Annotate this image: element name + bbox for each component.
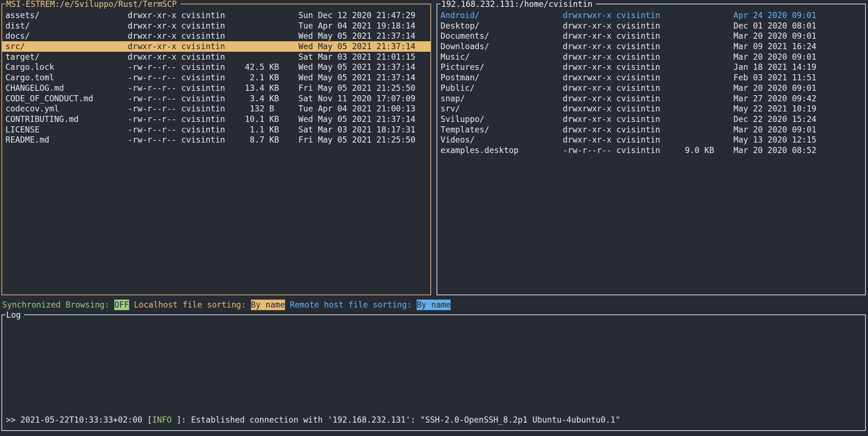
- file-row-code-of-conduct-md[interactable]: CODE_OF_CONDUCT.md-rw-r--r--cvisintin 3.…: [2, 93, 430, 104]
- file-name: Videos/: [441, 135, 563, 145]
- file-size: [245, 52, 298, 62]
- file-name: CODE_OF_CONDUCT.md: [5, 93, 128, 104]
- file-user: cvisintin: [181, 52, 245, 62]
- file-size: 9.0 KB: [680, 145, 733, 156]
- file-perms: -rw-r--r--: [128, 93, 181, 104]
- local-file-list: assets/drwxr-xr-xcvisintinSun Dec 12 202…: [2, 10, 430, 145]
- file-date: Wed May 05 2021 21:37:14: [298, 114, 430, 124]
- file-name: docs/: [5, 31, 128, 41]
- file-perms: drwxrwxr-x: [563, 72, 616, 83]
- sync-browsing-label: Synchronized Browsing:: [2, 300, 110, 310]
- log-level-bracket-close: ]:: [176, 415, 186, 424]
- file-name: Postman/: [441, 72, 563, 83]
- file-perms: drwxr-xr-x: [563, 31, 616, 41]
- file-name: dist/: [5, 21, 128, 31]
- file-name: Templates/: [441, 124, 563, 135]
- file-row-desktop[interactable]: Desktop/drwxr-xr-xcvisintinDec 01 2020 0…: [437, 21, 865, 31]
- file-perms: drwxr-xr-x: [128, 10, 181, 21]
- file-size: [245, 10, 298, 21]
- file-perms: -rw-r--r--: [128, 83, 181, 93]
- sync-browsing-toggle[interactable]: OFF: [114, 300, 129, 310]
- file-date: Fri May 05 2021 21:25:50: [298, 135, 430, 145]
- local-sort-value[interactable]: By name: [251, 300, 285, 310]
- file-name: LICENSE: [5, 124, 128, 135]
- log-timestamp: 2021-05-22T10:33:33+02:00: [20, 415, 142, 425]
- log-entry: >> 2021-05-22T10:33:33+02:00 [INFO ]: Es…: [6, 415, 620, 425]
- file-name: Cargo.lock: [5, 62, 128, 72]
- file-row-downloads[interactable]: Downloads/drwxr-xr-xcvisintinMar 09 2021…: [437, 41, 865, 52]
- file-perms: drwxr-xr-x: [563, 83, 616, 93]
- file-row-music[interactable]: Music/drwxr-xr-xcvisintinMar 20 2020 09:…: [437, 52, 865, 62]
- file-row-dist[interactable]: dist/drwxr-xr-xcvisintinTue Apr 04 2021 …: [2, 21, 430, 31]
- file-size: [680, 72, 733, 83]
- local-panel-title: MSI-ESTREM:/e/Sviluppo/Rust/TermSCP: [5, 0, 180, 9]
- remote-sort-value[interactable]: By name: [417, 300, 451, 310]
- file-size: [680, 135, 733, 145]
- file-row-license[interactable]: LICENSE-rw-r--r--cvisintin 1.1 KBSat Mar…: [2, 124, 430, 135]
- file-row-postman[interactable]: Postman/drwxrwxr-xcvisintinFeb 03 2021 1…: [437, 72, 865, 83]
- file-perms: drwxr-xr-x: [563, 62, 616, 72]
- log-panel[interactable]: Log >> 2021-05-22T10:33:33+02:00 [INFO ]…: [1, 314, 866, 431]
- file-size: 13.4 KB: [245, 83, 298, 93]
- log-message: Established connection with '192.168.232…: [191, 415, 620, 425]
- file-row-cargo-lock[interactable]: Cargo.lock-rw-r--r--cvisintin42.5 KBWed …: [2, 62, 430, 72]
- file-row-android[interactable]: Android/drwxrwxr-xcvisintinApr 24 2020 0…: [437, 10, 865, 21]
- file-row-cargo-toml[interactable]: Cargo.toml-rw-r--r--cvisintin 2.1 KBWed …: [2, 72, 430, 83]
- file-name: Sviluppo/: [441, 114, 563, 124]
- file-row-contributing-md[interactable]: CONTRIBUTING.md-rw-r--r--cvisintin10.1 K…: [2, 114, 430, 124]
- file-date: Sun Dec 12 2020 21:47:29: [298, 10, 430, 21]
- file-perms: -rw-r--r--: [128, 103, 181, 114]
- file-name: Music/: [441, 52, 563, 62]
- file-size: [245, 41, 298, 52]
- file-user: cvisintin: [616, 93, 680, 104]
- file-user: cvisintin: [181, 83, 245, 93]
- file-date: Sat Nov 11 2020 17:07:09: [298, 93, 430, 104]
- file-row-public[interactable]: Public/drwxr-xr-xcvisintinMar 20 2020 09…: [437, 83, 865, 93]
- file-perms: -rw-r--r--: [128, 135, 181, 145]
- file-perms: drwxr-xr-x: [128, 21, 181, 31]
- file-user: cvisintin: [181, 41, 245, 52]
- file-perms: drwxr-xr-x: [563, 124, 616, 135]
- file-row-assets[interactable]: assets/drwxr-xr-xcvisintinSun Dec 12 202…: [2, 10, 430, 21]
- file-row-target[interactable]: target/drwxr-xr-xcvisintinSat Mar 03 202…: [2, 52, 430, 62]
- file-row-documents[interactable]: Documents/drwxr-xr-xcvisintinMar 20 2020…: [437, 31, 865, 41]
- file-perms: -rw-r--r--: [128, 62, 181, 72]
- file-name: CHANGELOG.md: [5, 83, 128, 93]
- file-name: README.md: [5, 135, 128, 145]
- file-user: cvisintin: [181, 10, 245, 21]
- file-size: 2.1 KB: [245, 72, 298, 83]
- file-name: Downloads/: [441, 41, 563, 52]
- local-file-panel[interactable]: MSI-ESTREM:/e/Sviluppo/Rust/TermSCP asse…: [1, 4, 431, 295]
- file-row-src[interactable]: src/drwxr-xr-xcvisintinWed May 05 2021 2…: [2, 41, 430, 52]
- file-row-pictures[interactable]: Pictures/drwxr-xr-xcvisintinJan 18 2021 …: [437, 62, 865, 72]
- remote-file-panel[interactable]: 192.168.232.131:/home/cvisintin Android/…: [437, 4, 866, 295]
- file-row-templates[interactable]: Templates/drwxr-xr-xcvisintinMar 20 2020…: [437, 124, 865, 135]
- file-row-examples-desktop[interactable]: examples.desktop-rw-r--r--cvisintin 9.0 …: [437, 145, 865, 156]
- file-perms: drwxr-xr-x: [563, 93, 616, 104]
- file-perms: drwxr-xr-x: [128, 41, 181, 52]
- remote-sort-label: Remote host file sorting:: [290, 300, 412, 310]
- file-date: Mar 20 2020 08:52: [733, 145, 865, 156]
- file-row-docs[interactable]: docs/drwxr-xr-xcvisintinWed May 05 2021 …: [2, 31, 430, 41]
- log-level-group: [INFO ]:: [147, 415, 186, 425]
- file-row-readme-md[interactable]: README.md-rw-r--r--cvisintin 8.7 KBFri M…: [2, 135, 430, 145]
- file-date: Fri May 05 2021 21:25:50: [298, 83, 430, 93]
- file-row-codecov-yml[interactable]: codecov.yml-rw-r--r--cvisintin 132 BTue …: [2, 103, 430, 114]
- file-size: [680, 93, 733, 104]
- file-user: cvisintin: [181, 103, 245, 114]
- file-name: Desktop/: [441, 21, 563, 31]
- file-row-sviluppo[interactable]: Sviluppo/drwxr-xr-xcvisintinDec 22 2020 …: [437, 114, 865, 124]
- file-row-snap[interactable]: snap/drwxr-xr-xcvisintinMar 27 2020 09:4…: [437, 93, 865, 104]
- file-size: [245, 31, 298, 41]
- file-row-changelog-md[interactable]: CHANGELOG.md-rw-r--r--cvisintin13.4 KBFr…: [2, 83, 430, 93]
- file-name: Pictures/: [441, 62, 563, 72]
- status-bar: Synchronized Browsing: OFF Localhost fil…: [2, 300, 451, 310]
- file-row-srv[interactable]: srv/drwxrwxr-xcvisintinMay 22 2021 10:19: [437, 103, 865, 114]
- file-date: Wed May 05 2021 21:37:14: [298, 31, 430, 41]
- file-size: [680, 124, 733, 135]
- file-user: cvisintin: [616, 41, 680, 52]
- file-row-videos[interactable]: Videos/drwxr-xr-xcvisintinMay 13 2020 12…: [437, 135, 865, 145]
- file-name: examples.desktop: [441, 145, 563, 156]
- file-perms: -rw-r--r--: [563, 145, 616, 156]
- file-size: [680, 103, 733, 114]
